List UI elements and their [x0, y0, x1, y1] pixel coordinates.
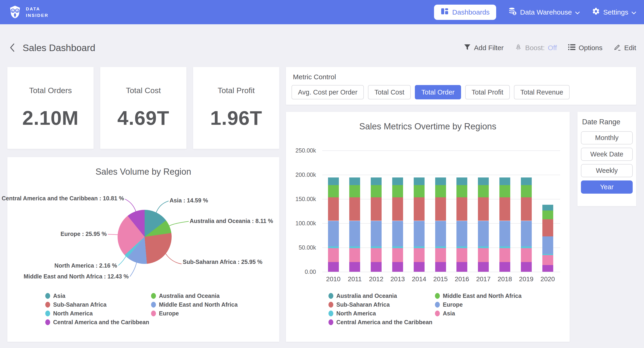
- bar-segment[interactable]: [456, 246, 467, 248]
- date-option-year[interactable]: Year: [581, 180, 633, 194]
- metric-option-total-revenue[interactable]: Total Revenue: [514, 85, 570, 99]
- bar-segment[interactable]: [521, 246, 532, 248]
- bar-segment[interactable]: [392, 262, 403, 272]
- date-option-monthly[interactable]: Monthly: [581, 131, 633, 144]
- bar-segment[interactable]: [349, 248, 360, 262]
- pie-chart[interactable]: [118, 210, 172, 264]
- bar-segment[interactable]: [456, 221, 467, 246]
- bar-segment[interactable]: [542, 219, 553, 236]
- bar-segment[interactable]: [478, 177, 489, 185]
- bar-segment[interactable]: [521, 262, 532, 272]
- bar-segment[interactable]: [349, 221, 360, 246]
- back-button[interactable]: [9, 42, 18, 53]
- bar-segment[interactable]: [349, 177, 360, 185]
- bar-segment[interactable]: [456, 262, 467, 272]
- bar-segment[interactable]: [414, 248, 424, 262]
- bar-segment[interactable]: [500, 221, 510, 246]
- bar-segment[interactable]: [500, 246, 510, 248]
- legend-item[interactable]: Middle East and North Africa: [151, 302, 238, 307]
- legend-item[interactable]: Sub-Saharan Africa: [45, 302, 149, 307]
- bar-segment[interactable]: [371, 248, 382, 262]
- metric-option-total-order[interactable]: Total Order: [415, 85, 461, 99]
- bar-segment[interactable]: [456, 185, 467, 197]
- bar-segment[interactable]: [435, 221, 446, 246]
- bar-segment[interactable]: [521, 185, 532, 197]
- bar-segment[interactable]: [392, 197, 403, 221]
- metric-option-total-cost[interactable]: Total Cost: [368, 85, 411, 99]
- bar-segment[interactable]: [478, 221, 489, 246]
- legend-item[interactable]: Australia and Oceania: [151, 293, 238, 299]
- bar-segment[interactable]: [414, 185, 424, 197]
- legend-item[interactable]: North America: [45, 310, 149, 316]
- edit-button[interactable]: Edit: [614, 43, 636, 53]
- bar-segment[interactable]: [371, 221, 382, 246]
- bar-segment[interactable]: [542, 236, 553, 254]
- bar-segment[interactable]: [542, 205, 553, 210]
- bar-segment[interactable]: [478, 246, 489, 248]
- bar-segment[interactable]: [542, 255, 553, 265]
- bar-segment[interactable]: [371, 177, 382, 185]
- bar-segment[interactable]: [478, 185, 489, 197]
- bar-segment[interactable]: [478, 262, 489, 272]
- bar-segment[interactable]: [435, 262, 446, 272]
- date-option-week-date[interactable]: Week Date: [581, 148, 633, 161]
- bar-segment[interactable]: [392, 177, 403, 185]
- bar-segment[interactable]: [328, 197, 339, 221]
- bar-segment[interactable]: [371, 185, 382, 197]
- legend-item[interactable]: Europe: [151, 310, 238, 316]
- legend-item[interactable]: Central America and the Caribbean: [45, 319, 149, 325]
- legend-item[interactable]: North America: [328, 310, 432, 316]
- bar-segment[interactable]: [521, 197, 532, 221]
- options-button[interactable]: Options: [568, 44, 602, 52]
- bar-segment[interactable]: [456, 177, 467, 185]
- brand-logo[interactable]: DATA INSIDER: [8, 5, 48, 20]
- legend-item[interactable]: Australia and Oceania: [328, 293, 432, 299]
- bar-segment[interactable]: [542, 265, 553, 272]
- bar-segment[interactable]: [414, 246, 424, 248]
- bar-segment[interactable]: [414, 177, 424, 185]
- bar-segment[interactable]: [456, 197, 467, 221]
- bar-segment[interactable]: [456, 248, 467, 262]
- bar-segment[interactable]: [435, 177, 446, 185]
- nav-settings[interactable]: Settings: [592, 7, 636, 17]
- legend-item[interactable]: Middle East and North Africa: [435, 293, 522, 299]
- bar-segment[interactable]: [392, 246, 403, 248]
- bar-segment[interactable]: [392, 248, 403, 262]
- bar-segment[interactable]: [542, 210, 553, 219]
- metric-option-total-profit[interactable]: Total Profit: [465, 85, 510, 99]
- bar-segment[interactable]: [349, 197, 360, 221]
- bar-segment[interactable]: [414, 197, 424, 221]
- bar-segment[interactable]: [349, 246, 360, 248]
- bar-segment[interactable]: [414, 262, 424, 272]
- bar-segment[interactable]: [414, 221, 424, 246]
- nav-data-warehouse[interactable]: Data Warehouse: [508, 7, 580, 17]
- legend-item[interactable]: Europe: [435, 302, 522, 307]
- metric-option-avg-cost-per-order[interactable]: Avg. Cost per Order: [292, 85, 364, 99]
- bar-segment[interactable]: [328, 246, 339, 248]
- date-option-weekly[interactable]: Weekly: [581, 164, 633, 177]
- bar-segment[interactable]: [392, 221, 403, 246]
- bar-segment[interactable]: [521, 177, 532, 185]
- bar-segment[interactable]: [500, 262, 510, 272]
- bar-segment[interactable]: [500, 185, 510, 197]
- bar-segment[interactable]: [328, 185, 339, 197]
- bar-segment[interactable]: [435, 248, 446, 262]
- nav-dashboards-button[interactable]: Dashboards: [434, 5, 496, 20]
- legend-item[interactable]: Asia: [45, 293, 149, 299]
- legend-item[interactable]: Asia: [435, 310, 522, 316]
- boost-toggle[interactable]: Boost: Off: [515, 44, 557, 53]
- bar-segment[interactable]: [500, 248, 510, 262]
- bar-segment[interactable]: [435, 185, 446, 197]
- add-filter-button[interactable]: Add Filter: [464, 44, 504, 53]
- bar-segment[interactable]: [435, 197, 446, 221]
- bar-segment[interactable]: [349, 262, 360, 272]
- bar-segment[interactable]: [328, 177, 339, 185]
- bar-segment[interactable]: [392, 185, 403, 197]
- bar-segment[interactable]: [500, 177, 510, 185]
- legend-item[interactable]: Sub-Saharan Africa: [328, 302, 432, 307]
- bar-segment[interactable]: [500, 197, 510, 221]
- bar-segment[interactable]: [371, 197, 382, 221]
- bar-segment[interactable]: [328, 221, 339, 246]
- bar-segment[interactable]: [328, 248, 339, 262]
- bar-segment[interactable]: [478, 248, 489, 262]
